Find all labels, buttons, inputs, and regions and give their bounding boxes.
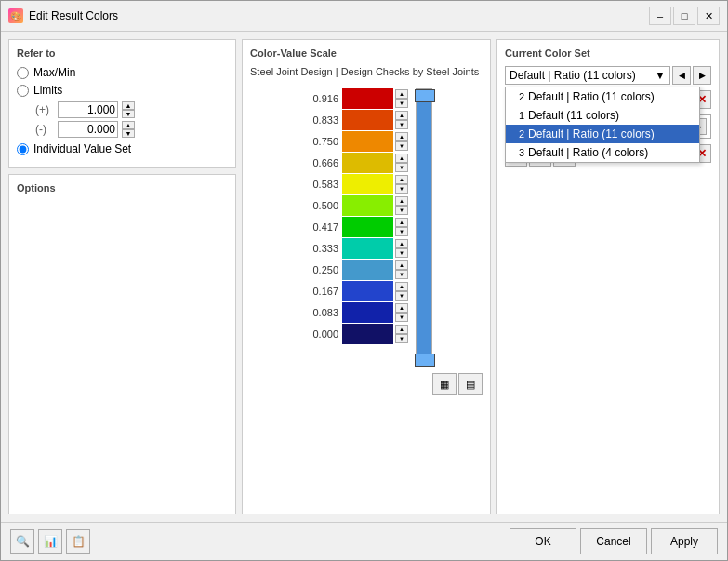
color-swatch-10[interactable] <box>342 302 393 323</box>
plus-input[interactable] <box>58 101 118 118</box>
color-up-6[interactable]: ▲ <box>395 218 408 227</box>
footer-left: 🔍 📊 📋 <box>10 529 506 554</box>
apply-button[interactable]: Apply <box>651 528 718 554</box>
dropdown-item-2[interactable]: 2 Default | Ratio (11 colors) <box>506 125 699 143</box>
color-value-3: 0.666 <box>300 157 342 168</box>
plus-up-btn[interactable]: ▲ <box>122 101 135 110</box>
center-icon2-btn[interactable]: ▤ <box>458 373 483 395</box>
color-row-9: 0.167 ▲ ▼ <box>300 281 408 301</box>
maximize-button[interactable]: □ <box>673 7 695 25</box>
color-row-1: 0.833 ▲ ▼ <box>300 110 408 130</box>
minus-label: (-) <box>35 123 54 136</box>
limits-radio[interactable] <box>17 85 29 97</box>
color-swatch-0[interactable] <box>342 88 393 109</box>
dropdown-item-0[interactable]: 2 Default | Ratio (11 colors) <box>506 87 699 106</box>
color-swatch-3[interactable] <box>342 153 393 173</box>
color-down-4[interactable]: ▼ <box>395 184 408 194</box>
color-row-7: 0.333 ▲ ▼ <box>300 238 408 259</box>
color-up-9[interactable]: ▲ <box>395 282 408 291</box>
color-row-4: 0.583 ▲ ▼ <box>300 174 408 194</box>
individual-radio[interactable] <box>17 143 29 155</box>
color-up-7[interactable]: ▲ <box>395 239 408 248</box>
color-down-6[interactable]: ▼ <box>395 227 408 236</box>
color-spin-3: ▲ ▼ <box>395 154 408 172</box>
color-row-11: 0.000 ▲ ▼ <box>300 324 408 344</box>
copy2-btn[interactable]: 📋 <box>66 529 90 554</box>
slider-thumb-top[interactable] <box>415 89 435 102</box>
ok-button[interactable]: OK <box>510 528 576 554</box>
limits-label: Limits <box>33 84 62 97</box>
color-spin-0: ▲ ▼ <box>395 89 408 108</box>
color-up-10[interactable]: ▲ <box>395 303 408 313</box>
color-down-2[interactable]: ▼ <box>395 141 408 151</box>
color-swatch-4[interactable] <box>342 174 393 194</box>
color-swatch-1[interactable] <box>342 110 393 130</box>
current-color-set-title: Current Color Set <box>505 47 711 59</box>
minus-down-btn[interactable]: ▼ <box>122 129 135 138</box>
minus-spinner: ▲ ▼ <box>122 121 135 138</box>
item-num-1: 1 <box>511 110 524 121</box>
color-swatch-6[interactable] <box>342 217 393 237</box>
color-swatch-9[interactable] <box>342 281 393 301</box>
nav-next-btn[interactable]: ▶ <box>693 66 711 85</box>
color-down-7[interactable]: ▼ <box>395 248 408 258</box>
color-row-0: 0.916 ▲ ▼ <box>300 88 408 109</box>
cancel-button[interactable]: Cancel <box>580 528 647 554</box>
color-down-9[interactable]: ▼ <box>395 291 408 301</box>
color-row-6: 0.417 ▲ ▼ <box>300 217 408 237</box>
limits-row: Limits <box>17 84 228 97</box>
main-window: 🎨 Edit Result Colors – □ ✕ Refer to Max/… <box>0 0 728 561</box>
color-spin-7: ▲ ▼ <box>395 239 408 258</box>
right-panel: Current Color Set Default | Ratio (11 co… <box>496 39 720 514</box>
dropdown-item-3[interactable]: 3 Default | Ratio (4 colors) <box>506 143 699 162</box>
color-down-0[interactable]: ▼ <box>395 99 408 108</box>
color-value-1: 0.833 <box>300 114 342 126</box>
color-up-4[interactable]: ▲ <box>395 175 408 184</box>
plus-down-btn[interactable]: ▼ <box>122 110 135 118</box>
color-down-1[interactable]: ▼ <box>395 120 408 129</box>
color-value-7: 0.333 <box>300 243 342 254</box>
color-down-8[interactable]: ▼ <box>395 270 408 279</box>
nav-prev-btn[interactable]: ◀ <box>672 66 691 85</box>
refer-panel: Refer to Max/Min Limits (+) ▲ ▼ <box>8 39 236 168</box>
minus-up-btn[interactable]: ▲ <box>122 121 135 129</box>
minimize-button[interactable]: – <box>649 7 671 25</box>
center-icon1-btn[interactable]: ▦ <box>432 373 457 395</box>
color-swatch-11[interactable] <box>342 324 393 344</box>
color-up-0[interactable]: ▲ <box>395 89 408 99</box>
vertical-slider[interactable] <box>416 88 432 367</box>
search-btn[interactable]: 🔍 <box>10 529 34 554</box>
dropdown-header: Default | Ratio (11 colors) ▼ ◀ ▶ 2 Defa… <box>505 66 711 85</box>
color-swatch-2[interactable] <box>342 131 393 152</box>
options-title: Options <box>17 182 228 194</box>
color-down-3[interactable]: ▼ <box>395 163 408 172</box>
color-swatch-5[interactable] <box>342 195 393 216</box>
minus-row: (-) ▲ ▼ <box>35 121 228 138</box>
close-button[interactable]: ✕ <box>697 7 720 25</box>
titlebar-buttons: – □ ✕ <box>649 7 720 25</box>
color-spin-4: ▲ ▼ <box>395 175 408 194</box>
color-row-8: 0.250 ▲ ▼ <box>300 260 408 280</box>
color-up-3[interactable]: ▲ <box>395 154 408 163</box>
color-row-5: 0.500 ▲ ▼ <box>300 195 408 216</box>
color-up-8[interactable]: ▲ <box>395 260 408 270</box>
item-num-3: 3 <box>511 147 524 158</box>
color-swatch-7[interactable] <box>342 238 393 259</box>
color-spin-2: ▲ ▼ <box>395 132 408 151</box>
dropdown-item-1[interactable]: 1 Default (11 colors) <box>506 106 699 125</box>
color-set-dropdown[interactable]: Default | Ratio (11 colors) ▼ <box>505 66 670 85</box>
table-btn[interactable]: 📊 <box>38 529 62 554</box>
footer: 🔍 📊 📋 OK Cancel Apply <box>1 522 727 560</box>
slider-thumb-bottom[interactable] <box>415 354 435 367</box>
minus-input[interactable] <box>58 121 118 138</box>
color-swatch-8[interactable] <box>342 260 393 280</box>
color-up-5[interactable]: ▲ <box>395 196 408 206</box>
color-down-11[interactable]: ▼ <box>395 334 408 343</box>
maxmin-radio[interactable] <box>17 67 29 79</box>
color-up-11[interactable]: ▲ <box>395 325 408 334</box>
color-down-5[interactable]: ▼ <box>395 206 408 215</box>
color-up-2[interactable]: ▲ <box>395 132 408 141</box>
color-value-9: 0.167 <box>300 286 342 297</box>
color-up-1[interactable]: ▲ <box>395 111 408 120</box>
color-down-10[interactable]: ▼ <box>395 313 408 322</box>
